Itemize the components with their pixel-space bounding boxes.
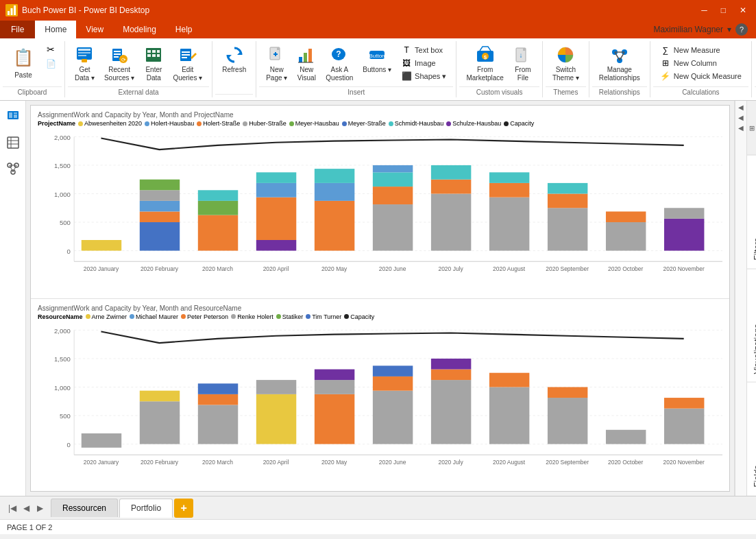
refresh-label: Refresh (222, 66, 246, 74)
from-marketplace-button[interactable]: $ FromMarketplace (462, 43, 507, 85)
image-label: Image (415, 59, 436, 67)
recent-sources-label: RecentSources ▾ (104, 66, 134, 82)
svg-text:$: $ (483, 54, 487, 60)
enter-data-icon (144, 45, 163, 64)
panel-collapse-btn1[interactable]: ◀ (738, 104, 744, 111)
menu-file[interactable]: File (0, 21, 35, 38)
svg-text:2020 September: 2020 September (546, 265, 589, 272)
switch-theme-icon (556, 45, 575, 64)
buttons-button[interactable]: Button Buttons ▾ (358, 43, 395, 77)
chart1-wrapper: AssignmentWork and Capacity by Year, Mon… (31, 106, 729, 298)
svg-rect-54 (9, 112, 12, 118)
paste-icon: 📋 (11, 45, 36, 70)
new-page-button[interactable]: NewPage ▾ (262, 43, 291, 85)
refresh-icon (225, 45, 244, 64)
new-measure-button[interactable]: ∑ New Measure (656, 44, 746, 56)
paste-button[interactable]: 📋 Paste (5, 43, 41, 82)
edit-queries-icon (178, 45, 197, 64)
help-icon[interactable]: ? (735, 23, 748, 36)
svg-text:1,000: 1,000 (54, 191, 71, 198)
svg-rect-88 (256, 197, 296, 240)
cut-button[interactable]: ✂ (42, 43, 59, 56)
new-quick-measure-button[interactable]: ⚡ New Quick Measure (656, 70, 746, 82)
panel-collapse-btn2[interactable]: ◀ (738, 114, 744, 121)
svg-rect-135 (82, 433, 121, 447)
shapes-button[interactable]: ⬛ Shapes ▾ (397, 70, 450, 82)
tab-ressourcen[interactable]: Ressourcen (51, 499, 118, 517)
menu-home[interactable]: Home (35, 21, 76, 38)
svg-rect-150 (431, 369, 471, 380)
menu-bar: File Home View Modeling Help Maximilian … (0, 21, 756, 38)
image-icon: 🖼 (401, 58, 412, 68)
new-column-button[interactable]: ⊞ New Column (656, 57, 746, 69)
title-bar-left: Buch Power BI - Power BI Desktop (5, 4, 149, 16)
chart1-legend: ProjectName Abwesenheiten 2020 Holert-Ha… (38, 120, 722, 127)
svg-text:Button: Button (369, 53, 385, 59)
menu-view[interactable]: View (76, 21, 113, 38)
svg-text:?: ? (337, 49, 341, 59)
maximize-button[interactable]: □ (717, 5, 730, 15)
svg-rect-110 (664, 219, 704, 251)
visualizations-tab[interactable]: Visualizations (747, 269, 756, 383)
refresh-button[interactable]: Refresh (218, 43, 250, 77)
legend-item: Arne Zwirner (86, 313, 127, 320)
svg-rect-101 (431, 165, 471, 180)
menu-modeling[interactable]: Modeling (113, 21, 166, 38)
svg-text:1,500: 1,500 (54, 355, 71, 363)
switch-theme-button[interactable]: SwitchTheme ▾ (548, 43, 583, 85)
tab-nav-next[interactable]: ▶ (33, 501, 47, 515)
svg-rect-92 (315, 201, 354, 251)
recent-sources-button[interactable]: ⟳ RecentSources ▾ (100, 43, 138, 85)
edit-queries-button[interactable]: EditQueries ▾ (169, 43, 206, 85)
tab-portfolio[interactable]: Portfolio (119, 499, 173, 518)
svg-rect-153 (489, 372, 529, 387)
image-button[interactable]: 🖼 Image (397, 57, 450, 69)
svg-rect-108 (606, 222, 646, 251)
tab-nav-prev-prev[interactable]: |◀ (5, 501, 19, 515)
window-title: Buch Power BI - Power BI Desktop (22, 5, 149, 15)
ribbon: 📋 Paste ✂ 📄 Clipboard (0, 38, 756, 101)
sidebar-model-icon[interactable] (3, 158, 23, 179)
user-chevron[interactable]: ▾ (727, 25, 731, 34)
svg-rect-107 (548, 183, 587, 194)
edit-queries-label: EditQueries ▾ (173, 66, 202, 82)
svg-rect-84 (140, 222, 180, 251)
svg-rect-23 (182, 51, 190, 53)
new-measure-icon: ∑ (660, 45, 671, 55)
svg-rect-138 (198, 405, 238, 444)
minimize-button[interactable]: ─ (697, 5, 711, 15)
svg-text:2020 August: 2020 August (493, 265, 526, 272)
tab-nav-prev[interactable]: ◀ (19, 501, 33, 515)
from-file-button[interactable]: ↓ FromFile (509, 43, 537, 85)
filters-tab[interactable]: Filters (747, 155, 756, 269)
shapes-label: Shapes ▾ (415, 72, 446, 81)
svg-rect-80 (140, 211, 180, 222)
svg-rect-90 (256, 172, 296, 183)
tab-add-button[interactable]: + (174, 499, 193, 518)
manage-relationships-button[interactable]: ManageRelationships (595, 43, 644, 85)
svg-text:2020 November: 2020 November (663, 458, 705, 465)
svg-rect-100 (431, 180, 471, 194)
sidebar-data-icon[interactable] (3, 132, 23, 153)
svg-rect-95 (373, 204, 413, 251)
svg-rect-148 (373, 366, 413, 376)
menu-help[interactable]: Help (166, 21, 202, 38)
get-data-button[interactable]: GetData ▾ (71, 43, 99, 85)
sidebar-report-icon[interactable] (3, 106, 23, 127)
close-button[interactable]: ✕ (735, 5, 751, 15)
panel-collapse-btn3[interactable]: ◀ (738, 124, 744, 132)
ask-question-button[interactable]: ? Ask AQuestion (321, 43, 357, 85)
window-controls[interactable]: ─ □ ✕ (697, 5, 751, 15)
legend-item: Meyer-Straße (342, 120, 386, 127)
new-visual-icon (297, 45, 316, 64)
new-visual-button[interactable]: NewVisual (293, 43, 320, 85)
svg-rect-94 (315, 169, 354, 183)
svg-rect-5 (78, 49, 90, 51)
enter-data-button[interactable]: EnterData (140, 43, 167, 85)
fields-tab[interactable]: Fields (747, 382, 756, 496)
svg-rect-20 (157, 50, 160, 53)
svg-text:2,000: 2,000 (54, 134, 71, 141)
chart2-svg: 2,000 1,500 1,000 500 0 (38, 323, 722, 480)
text-box-button[interactable]: T Text box (397, 44, 450, 56)
copy-button[interactable]: 📄 (42, 58, 59, 70)
